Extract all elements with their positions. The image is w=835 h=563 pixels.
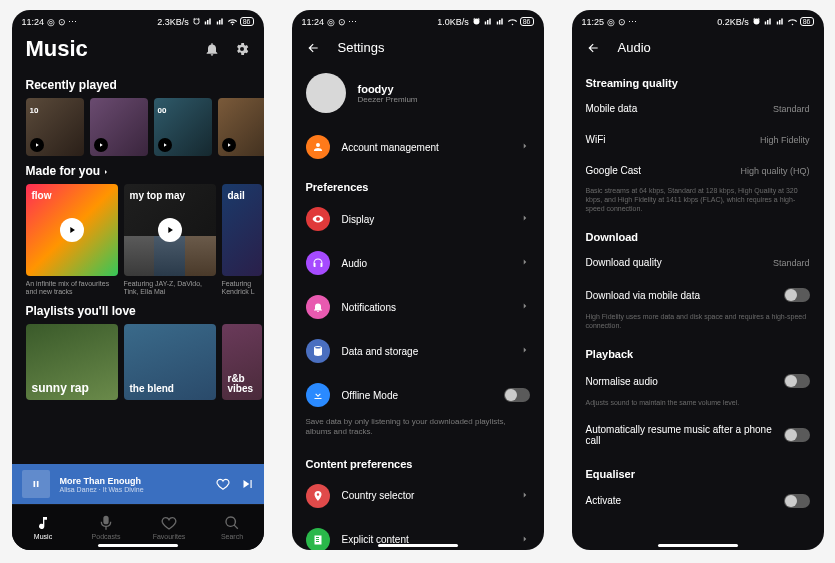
bell-icon[interactable]: [204, 41, 220, 57]
recent-item[interactable]: [218, 98, 264, 156]
row-download-quality[interactable]: Download quality Standard: [572, 247, 824, 278]
setting-data-storage[interactable]: Data and storage: [292, 329, 544, 373]
chevron-right-icon: [520, 257, 530, 269]
play-icon[interactable]: [30, 138, 44, 152]
status-net: 2.3KB/s: [157, 17, 189, 27]
phone-audio: 11:25 ◎ ⊙ ⋯ 0.2KB/s 86 Audio Streaming q…: [572, 10, 824, 550]
alarm-icon: [192, 17, 201, 26]
download-icon: [306, 383, 330, 407]
profile-row[interactable]: foodyy Deezer Premium: [292, 65, 544, 125]
now-playing-bar[interactable]: More Than Enough Alisa Danez · It Was Di…: [12, 464, 264, 504]
signal-icon: [764, 17, 773, 26]
alarm-icon: [472, 17, 481, 26]
profile-name: foodyy: [358, 83, 418, 95]
setting-account[interactable]: Account management: [292, 125, 544, 169]
back-icon[interactable]: [586, 41, 600, 55]
np-artist: Alisa Danez · It Was Divine: [60, 486, 206, 493]
chevron-right-icon: [520, 345, 530, 357]
back-icon[interactable]: [306, 41, 320, 55]
setting-display[interactable]: Display: [292, 197, 544, 241]
home-indicator[interactable]: [378, 544, 458, 547]
playlists-strip[interactable]: sunny rap the blend r&b vibes: [12, 324, 264, 400]
row-mobile-data[interactable]: Mobile data Standard: [572, 93, 824, 124]
explicit-icon: [306, 528, 330, 550]
play-icon[interactable]: [94, 138, 108, 152]
next-icon[interactable]: [240, 477, 254, 491]
location-icon: [306, 484, 330, 508]
profile-plan: Deezer Premium: [358, 95, 418, 104]
setting-audio[interactable]: Audio: [292, 241, 544, 285]
signal-icon: [484, 17, 493, 26]
playlist-item[interactable]: sunny rap: [26, 324, 118, 400]
row-google-cast[interactable]: Google Cast High quality (HQ): [572, 155, 824, 186]
page-title: Audio: [618, 40, 651, 55]
play-icon[interactable]: [222, 138, 236, 152]
status-bar: 11:25 ◎ ⊙ ⋯ 0.2KB/s 86: [572, 10, 824, 30]
group-download: Download: [572, 219, 824, 247]
playlist-item[interactable]: the blend: [124, 324, 216, 400]
bell-icon: [306, 295, 330, 319]
user-icon: [306, 135, 330, 159]
battery-icon: 86: [240, 17, 254, 26]
chevron-right-icon: [520, 141, 530, 153]
toggle-equaliser[interactable]: [784, 494, 810, 508]
mfy-item-top[interactable]: my top may Featuring JAY-Z, DaVido, Tink…: [124, 184, 216, 296]
setting-offline[interactable]: Offline Mode: [292, 373, 544, 417]
play-icon[interactable]: [60, 218, 84, 242]
section-playlists: Playlists you'll love: [12, 296, 264, 324]
status-time: 11:24: [22, 17, 45, 27]
playlist-item[interactable]: r&b vibes: [222, 324, 262, 400]
toggle-normalise[interactable]: [784, 374, 810, 388]
chevron-right-icon: [520, 490, 530, 502]
group-content: Content preferences: [292, 446, 544, 474]
row-auto-resume[interactable]: Automatically resume music after a phone…: [572, 414, 824, 456]
row-normalise[interactable]: Normalise audio: [572, 364, 824, 398]
play-icon[interactable]: [158, 218, 182, 242]
chevron-right-icon: [520, 301, 530, 313]
alarm-icon: [752, 17, 761, 26]
status-icons: ◎ ⊙ ⋯: [47, 17, 77, 27]
gear-icon[interactable]: [234, 41, 250, 57]
tab-music[interactable]: Music: [12, 505, 75, 550]
tab-search[interactable]: Search: [201, 505, 264, 550]
status-icons: ◎ ⊙ ⋯: [607, 17, 637, 27]
chevron-right-icon: [520, 534, 530, 546]
section-made-for-you[interactable]: Made for you: [12, 156, 264, 184]
row-wifi[interactable]: WiFi High Fidelity: [572, 124, 824, 155]
home-indicator[interactable]: [98, 544, 178, 547]
heart-icon[interactable]: [216, 477, 230, 491]
toggle-dl-mobile[interactable]: [784, 288, 810, 302]
pause-icon[interactable]: [22, 470, 50, 498]
status-time: 11:25: [582, 17, 605, 27]
recent-item[interactable]: 00: [154, 98, 212, 156]
recent-item[interactable]: 10: [26, 98, 84, 156]
section-recently: Recently played: [12, 70, 264, 98]
wifi-icon: [788, 17, 797, 26]
wifi-icon: [508, 17, 517, 26]
offline-hint: Save data by only listening to your down…: [292, 417, 544, 446]
signal2-icon: [776, 17, 785, 26]
status-net: 0.2KB/s: [717, 17, 749, 27]
play-icon[interactable]: [158, 138, 172, 152]
mfy-strip[interactable]: flow An infinite mix of favourites and n…: [12, 184, 264, 296]
toggle-auto-resume[interactable]: [784, 428, 809, 442]
eye-icon: [306, 207, 330, 231]
recently-strip[interactable]: 10 00: [12, 98, 264, 156]
mfy-item-flow[interactable]: flow An infinite mix of favourites and n…: [26, 184, 118, 296]
headphones-icon: [306, 251, 330, 275]
row-activate-eq[interactable]: Activate: [572, 484, 824, 518]
status-icons: ◎ ⊙ ⋯: [327, 17, 357, 27]
download-hint: High Fidelity uses more data and disk sp…: [572, 312, 824, 336]
row-download-mobile[interactable]: Download via mobile data: [572, 278, 824, 312]
status-time: 11:24: [302, 17, 325, 27]
toggle-offline[interactable]: [504, 388, 530, 402]
mfy-item-daily[interactable]: dail Featuring Kendrick L: [222, 184, 262, 296]
status-bar: 11:24 ◎ ⊙ ⋯ 1.0KB/s 86: [292, 10, 544, 30]
setting-country[interactable]: Country selector: [292, 474, 544, 518]
database-icon: [306, 339, 330, 363]
home-indicator[interactable]: [658, 544, 738, 547]
setting-notifications[interactable]: Notifications: [292, 285, 544, 329]
phone-settings: 11:24 ◎ ⊙ ⋯ 1.0KB/s 86 Settings foodyy D…: [292, 10, 544, 550]
phone-music: 11:24 ◎ ⊙ ⋯ 2.3KB/s 86 Music Recently pl…: [12, 10, 264, 550]
recent-item[interactable]: [90, 98, 148, 156]
